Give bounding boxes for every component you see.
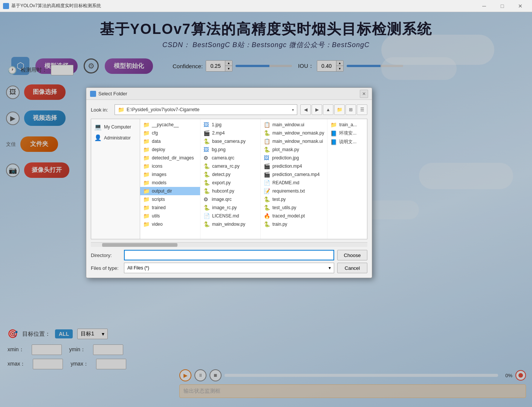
- list-item[interactable]: 🖼bg.png: [200, 145, 260, 154]
- folder-icon: 📁: [143, 188, 150, 194]
- nav-up-button[interactable]: ▲: [323, 104, 333, 115]
- file-label: test_utils.py: [272, 205, 296, 210]
- folder-icon: 📁: [143, 205, 150, 211]
- nav-view-icons-button[interactable]: ⊞: [345, 104, 356, 115]
- list-item[interactable]: 🐍base_camera.py: [200, 137, 260, 145]
- nav-new-folder-button[interactable]: 📁: [334, 104, 345, 115]
- list-item[interactable]: 📁cfg: [140, 129, 200, 137]
- app-body: 基于YOLOv7算法的高精度实时烟头目标检测系统 CSDN： BestSongC…: [0, 12, 532, 407]
- folder-icon: 📁: [143, 130, 150, 136]
- list-item[interactable]: 🎬prediction.mp4: [261, 162, 327, 170]
- mp4-icon: 🎬: [264, 163, 270, 169]
- list-item[interactable]: 🐍export.py: [200, 179, 260, 187]
- list-item[interactable]: 📁utils: [140, 212, 200, 220]
- list-item[interactable]: ⚙image.qrc: [200, 195, 260, 204]
- png-icon: 🖼: [203, 147, 209, 153]
- list-item[interactable]: 📁scripts: [140, 195, 200, 204]
- list-item[interactable]: 🐍main_window_nomask.py: [261, 129, 327, 137]
- nav-forward-button[interactable]: ▶: [312, 104, 322, 115]
- list-item[interactable]: 📋main_window.ui: [261, 121, 327, 129]
- list-item[interactable]: 🔥traced_model.pt: [261, 212, 327, 220]
- file-label: README.md: [272, 180, 299, 185]
- list-item[interactable]: 🎬2.mp4: [200, 129, 260, 137]
- lookin-row: Look in: 📁 E:\Pyside6_yolov7\yolov7-Ciga…: [91, 104, 367, 115]
- qrc-icon: ⚙: [203, 155, 209, 161]
- folder-icon: 📁: [143, 155, 150, 161]
- lookin-path-text: E:\Pyside6_yolov7\yolov7-Cigarrette: [127, 107, 290, 112]
- tree-item-admin-label: Administrator: [104, 135, 131, 141]
- list-item[interactable]: 🐍image_rc.py: [200, 204, 260, 212]
- file-label: prediction_camera.mp4: [272, 172, 320, 177]
- cancel-button[interactable]: Cancel: [337, 263, 367, 273]
- file-scroll-area[interactable]: 📁__pycache__ 📁cfg 📁data 📁deploy 📁detecte…: [140, 119, 367, 239]
- file-label: LICENSE.md: [212, 213, 239, 219]
- title-bar-text: 基于YOLOv7算法的高精度实时目标检测系统: [11, 3, 101, 9]
- list-item[interactable]: 🐍test_utils.py: [261, 204, 327, 212]
- file-list-panel[interactable]: 📁__pycache__ 📁cfg 📁data 📁deploy 📁detecte…: [140, 119, 367, 239]
- tree-item-administrator[interactable]: 👤 Administrator: [93, 132, 138, 143]
- list-item[interactable]: 🖼prediction.jpg: [261, 154, 327, 162]
- list-item[interactable]: 📁data: [140, 137, 200, 145]
- list-item[interactable]: 📁output_dir: [140, 187, 200, 195]
- file-label: base_camera.py: [212, 139, 246, 144]
- file-label: camera.qrc: [212, 155, 234, 161]
- list-item[interactable]: 📋main_window_nomask.ui: [261, 137, 327, 145]
- filetype-select[interactable]: All Files (*) ▾: [124, 263, 334, 273]
- list-item[interactable]: 📁deploy: [140, 145, 200, 154]
- list-item[interactable]: 📁icons: [140, 162, 200, 170]
- scrollbar-thumb[interactable]: [102, 243, 177, 247]
- list-item[interactable]: ⚙camera.qrc: [200, 154, 260, 162]
- list-item[interactable]: 📘环境安...: [327, 129, 367, 138]
- list-item[interactable]: 📁trained: [140, 204, 200, 212]
- nav-view-list-button[interactable]: ☰: [357, 104, 367, 115]
- list-item[interactable]: 📘说明文...: [327, 138, 367, 146]
- file-label: requirements.txt: [272, 188, 305, 194]
- lookin-path-display[interactable]: 📁 E:\Pyside6_yolov7\yolov7-Cigarrette ▾: [115, 104, 297, 115]
- file-label: detect.py: [212, 172, 231, 177]
- tree-item-my-computer[interactable]: 💻 My Computer: [93, 121, 138, 132]
- file-label: detected_dir_images: [152, 155, 194, 161]
- list-item[interactable]: 🎬prediction_camera.mp4: [261, 170, 327, 179]
- list-item[interactable]: 🐍detect.py: [200, 170, 260, 179]
- list-item[interactable]: 📁detected_dir_images: [140, 154, 200, 162]
- folder-icon: 📁: [143, 196, 150, 202]
- file-label: plot_mask.py: [272, 147, 299, 152]
- list-item[interactable]: 📁train_a...: [327, 121, 367, 129]
- list-item[interactable]: 📄README.md: [261, 179, 327, 187]
- list-item[interactable]: 🐍plot_mask.py: [261, 145, 327, 154]
- list-item[interactable]: 🐍camera_rc.py: [200, 162, 260, 170]
- file-label: trained: [152, 205, 166, 210]
- lookin-label: Look in:: [91, 107, 112, 113]
- jpg-icon: 🖼: [264, 155, 270, 161]
- list-item[interactable]: 📁__pycache__: [140, 121, 200, 129]
- list-item[interactable]: 🐍hubconf.py: [200, 187, 260, 195]
- nav-back-button[interactable]: ◀: [300, 104, 311, 115]
- file-label: train.py: [272, 222, 287, 227]
- list-item[interactable]: 📝requirements.txt: [261, 187, 327, 195]
- file-column-1: 📁__pycache__ 📁cfg 📁data 📁deploy 📁detecte…: [140, 119, 200, 239]
- choose-button[interactable]: Choose: [337, 250, 367, 260]
- ui-icon: 📋: [264, 138, 270, 144]
- file-label: prediction.mp4: [272, 164, 302, 169]
- list-item[interactable]: 📁images: [140, 170, 200, 179]
- file-label: prediction.jpg: [272, 155, 299, 161]
- list-item[interactable]: 📁models: [140, 179, 200, 187]
- minimize-button[interactable]: ─: [475, 0, 493, 12]
- dialog-close-button[interactable]: ✕: [360, 90, 368, 98]
- directory-input[interactable]: [124, 250, 334, 260]
- lookin-folder-icon: 📁: [118, 107, 124, 113]
- maximize-button[interactable]: □: [494, 0, 511, 12]
- file-label: image_rc.py: [212, 205, 237, 210]
- txt-icon: 📝: [264, 188, 270, 194]
- horizontal-scrollbar[interactable]: [91, 242, 367, 247]
- list-item[interactable]: 🐍train.py: [261, 220, 327, 228]
- tree-panel: 💻 My Computer 👤 Administrator: [91, 119, 140, 239]
- list-item[interactable]: 🖼1.jpg: [200, 121, 260, 129]
- list-item[interactable]: 🐍main_window.py: [200, 220, 260, 228]
- list-item[interactable]: 🐍test.py: [261, 195, 327, 204]
- list-item[interactable]: 📁video: [140, 220, 200, 228]
- file-label: cfg: [152, 130, 158, 136]
- list-item[interactable]: 📄LICENSE.md: [200, 212, 260, 220]
- close-button[interactable]: ✕: [512, 0, 529, 12]
- py-icon: 🐍: [203, 188, 210, 194]
